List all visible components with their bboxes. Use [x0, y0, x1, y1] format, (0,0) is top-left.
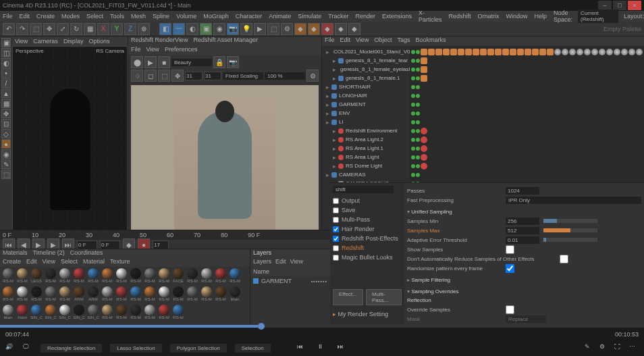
- workplane-button[interactable]: ◇: [1, 129, 11, 138]
- menu-mesh[interactable]: Mesh: [131, 13, 146, 20]
- rv-menu-prefs[interactable]: Preferences: [165, 46, 198, 55]
- render-setting-link[interactable]: ▸ My Render Setting: [333, 311, 388, 317]
- render-region[interactable]: ⬚: [267, 23, 279, 35]
- render-dot[interactable]: [416, 147, 420, 151]
- rv-settings-icon[interactable]: ⚙: [306, 70, 319, 82]
- render-module-item[interactable]: Hair Render: [333, 224, 402, 234]
- render-dot[interactable]: [416, 50, 420, 54]
- visibility-dot[interactable]: [411, 120, 415, 124]
- tl-frame-start[interactable]: [77, 240, 97, 249]
- tab-lasso-sel[interactable]: Lasso Selection: [110, 344, 161, 353]
- visibility-dot[interactable]: [411, 164, 415, 168]
- visibility-dot[interactable]: [411, 111, 415, 116]
- obj-item[interactable]: ▸genesis_8_1_female_eyelashes: [323, 65, 408, 74]
- menu-tracker[interactable]: Tracker: [328, 13, 348, 20]
- material-item[interactable]: RS-M: [16, 268, 29, 286]
- rs-button-3[interactable]: ◆: [321, 23, 333, 35]
- material-item[interactable]: RS-M: [186, 268, 199, 286]
- mat-menu-edit[interactable]: Edit: [26, 258, 37, 267]
- menu-volume[interactable]: Volume: [176, 13, 196, 20]
- tag-icon[interactable]: [421, 66, 427, 73]
- material-item[interactable]: RS-M: [30, 286, 43, 304]
- coord-button[interactable]: ⊕: [138, 23, 150, 35]
- render-dot[interactable]: [416, 76, 420, 80]
- render-dot[interactable]: [416, 138, 420, 142]
- material-item[interactable]: SIN_C: [86, 305, 100, 322]
- samples-min-input[interactable]: 256: [506, 218, 539, 225]
- rv-nav-4[interactable]: ✥: [171, 70, 184, 82]
- visibility-dot[interactable]: [411, 94, 415, 98]
- menu-render[interactable]: Render: [355, 13, 375, 20]
- render-dot[interactable]: [416, 155, 420, 159]
- visibility-dot[interactable]: [411, 173, 415, 177]
- tag-icon[interactable]: [480, 49, 487, 55]
- tag-icon[interactable]: [539, 49, 546, 55]
- render-dot[interactable]: [416, 59, 420, 63]
- camera-button[interactable]: 📷: [227, 23, 239, 35]
- fastprep-dropdown[interactable]: IPR Only: [506, 197, 641, 204]
- section-sample-filtering[interactable]: Sample Filtering: [407, 276, 641, 284]
- visibility-dot[interactable]: [411, 76, 415, 80]
- material-item[interactable]: RS-M: [186, 286, 199, 304]
- material-grid[interactable]: RS-MRS-MLEGSRS-MRS-MRS-MRS-MRS-MRS-MRS-M…: [0, 267, 250, 324]
- tag-icon[interactable]: [435, 49, 442, 55]
- minimize-button[interactable]: −: [598, 1, 612, 10]
- obj-menu-file[interactable]: File: [325, 36, 335, 46]
- rv-beauty-dropdown[interactable]: Beauty: [171, 59, 212, 66]
- obj-item[interactable]: ▸Redshift Environment: [323, 126, 408, 135]
- z-axis-lock[interactable]: Z: [124, 23, 136, 35]
- material-tag-icon[interactable]: [576, 49, 583, 55]
- obj-item[interactable]: ▸RS Area Light.2: [323, 135, 408, 144]
- material-tag-icon[interactable]: [562, 49, 568, 55]
- display-icon[interactable]: 🖵: [23, 343, 32, 353]
- material-item[interactable]: Main: [1, 305, 15, 322]
- tab-rect-sel[interactable]: Rectangle Selection: [41, 344, 102, 353]
- section-unified-sampling[interactable]: Unified Sampling: [407, 207, 641, 216]
- render-dot[interactable]: [416, 85, 420, 89]
- snap-button[interactable]: ⊡: [1, 119, 11, 128]
- material-tag-icon[interactable]: [584, 49, 591, 55]
- tag-icon[interactable]: [421, 145, 427, 152]
- tag-icon[interactable]: [525, 49, 531, 55]
- uv-mode[interactable]: ▦: [1, 99, 11, 108]
- material-item[interactable]: RS-M: [129, 268, 142, 286]
- material-item[interactable]: RS-M: [171, 305, 185, 322]
- renderer-dropdown[interactable]: shift: [333, 186, 394, 193]
- tag-icon[interactable]: [517, 49, 524, 55]
- material-item[interactable]: RS-M: [129, 305, 142, 322]
- material-tag-icon[interactable]: [599, 49, 606, 55]
- material-tag-icon[interactable]: [606, 49, 613, 55]
- object-mode[interactable]: ◫: [1, 48, 11, 57]
- tag-icon[interactable]: [547, 49, 554, 55]
- module-checkbox[interactable]: [333, 226, 339, 232]
- material-item[interactable]: RS-M: [101, 305, 114, 322]
- mat-menu-material[interactable]: Material: [83, 258, 105, 267]
- material-item[interactable]: RS-M: [171, 286, 185, 304]
- close-button[interactable]: ×: [628, 1, 641, 10]
- tag-icon[interactable]: [473, 49, 479, 55]
- menu-spline[interactable]: Spline: [153, 13, 169, 20]
- render-dot[interactable]: [416, 103, 420, 107]
- visibility-dot[interactable]: [411, 68, 415, 72]
- visibility-dot[interactable]: [411, 50, 415, 54]
- lt-11[interactable]: ●: [1, 139, 11, 149]
- material-item[interactable]: SIN_C: [72, 305, 86, 322]
- tab-coordinates[interactable]: Coordinates: [70, 249, 103, 258]
- render-module-item[interactable]: Multi-Pass: [333, 215, 402, 224]
- edge-mode[interactable]: /: [1, 78, 11, 88]
- tool-7[interactable]: ▦: [84, 23, 96, 35]
- tab-materials[interactable]: Materials: [3, 249, 28, 258]
- render-settings[interactable]: ⚙: [281, 23, 293, 35]
- menu-window[interactable]: Window: [506, 13, 528, 20]
- material-tag-icon[interactable]: [636, 49, 643, 55]
- adaptive-slider[interactable]: [543, 238, 597, 242]
- obj-item[interactable]: ▸genesis_8_1_female.1: [323, 74, 408, 82]
- render-dot[interactable]: [416, 111, 420, 116]
- menu-tools[interactable]: Tools: [110, 13, 124, 20]
- tag-icon[interactable]: [495, 49, 502, 55]
- cube-primitive[interactable]: ◧: [159, 23, 171, 35]
- next-track-icon[interactable]: ⏭: [338, 343, 347, 353]
- obj-menu-object[interactable]: Object: [374, 36, 392, 46]
- obj-item[interactable]: ▸LONGHAIR: [323, 91, 408, 100]
- lt-13[interactable]: ✎: [1, 159, 11, 169]
